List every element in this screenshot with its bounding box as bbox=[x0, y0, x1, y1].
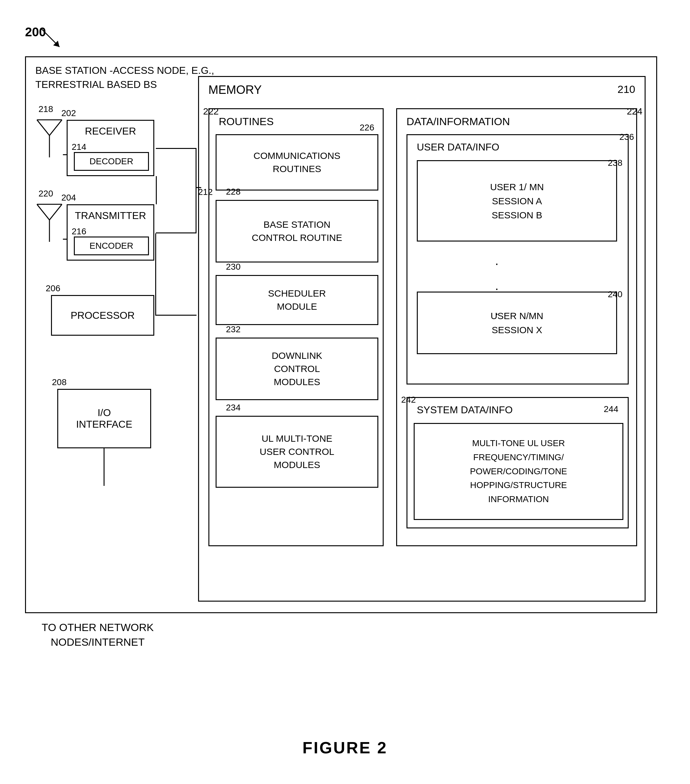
ul-label-line1: UL MULTI-TONE bbox=[262, 432, 332, 445]
ul-box: 234 UL MULTI-TONE USER CONTROL MODULES bbox=[216, 416, 378, 488]
user1-label-line3: SESSION B bbox=[492, 208, 542, 222]
downlink-label-line2: CONTROL bbox=[274, 362, 320, 376]
downlink-box: 232 DOWNLINK CONTROL MODULES bbox=[216, 338, 378, 400]
multitone-label-line3: POWER/CODING/TONE bbox=[470, 464, 567, 479]
line-rx-right bbox=[156, 148, 196, 149]
ref-230-label: 230 bbox=[226, 262, 241, 272]
multitone-label-line4: HOPPING/STRUCTURE bbox=[470, 478, 567, 492]
scheduler-box: 230 SCHEDULER MODULE bbox=[216, 275, 378, 325]
processor-box: 206 PROCESSOR bbox=[51, 295, 154, 336]
main-box-label-line2: TERRESTRIAL BASED BS bbox=[35, 77, 214, 92]
comm-routines-box: 226 COMMUNICATIONS ROUTINES bbox=[216, 134, 378, 191]
encoder-label: ENCODER bbox=[89, 241, 133, 251]
svg-line-3 bbox=[37, 120, 50, 135]
io-label-line1: I/O bbox=[97, 407, 111, 418]
encoder-box: 216 ENCODER bbox=[74, 237, 149, 255]
main-box: BASE STATION -ACCESS NODE, E.G., TERREST… bbox=[25, 56, 657, 613]
user-data-box: 236 USER DATA/INFO 238 USER 1/ MN SESSIO… bbox=[406, 134, 629, 384]
ref-218-label: 218 bbox=[38, 104, 53, 114]
ref-242-label: 242 bbox=[401, 395, 416, 405]
processor-label: PROCESSOR bbox=[71, 310, 135, 321]
line-proc-vert bbox=[155, 233, 156, 316]
usern-label-line2: SESSION X bbox=[492, 323, 542, 337]
ref-240-label: 240 bbox=[608, 289, 622, 300]
antenna-220-symbol bbox=[35, 201, 64, 242]
ref-200-arrow bbox=[41, 28, 66, 53]
ref-236-label: 236 bbox=[619, 132, 634, 142]
scheduler-label-line2: MODULE bbox=[277, 300, 317, 313]
ref-214-label: 214 bbox=[72, 142, 86, 152]
line-rx-tx bbox=[156, 176, 157, 204]
ref-216-label: 216 bbox=[72, 227, 86, 237]
ref-204-label: 204 bbox=[61, 193, 76, 203]
routines-label: ROUTINES bbox=[219, 115, 274, 128]
sys-data-label: SYSTEM DATA/INFO bbox=[417, 404, 513, 416]
line-ant220-tx bbox=[63, 239, 67, 240]
antenna-218-symbol bbox=[35, 117, 64, 157]
ref-210-label: 210 bbox=[617, 83, 635, 96]
ref-208-label: 208 bbox=[52, 377, 67, 387]
main-box-label-line1: BASE STATION -ACCESS NODE, E.G., bbox=[35, 64, 214, 77]
ref-220-label: 220 bbox=[38, 189, 53, 199]
svg-line-4 bbox=[50, 120, 62, 135]
ref-202-label: 202 bbox=[61, 108, 76, 118]
ref-224-label: 224 bbox=[627, 106, 642, 117]
scheduler-label-line1: SCHEDULER bbox=[268, 287, 326, 300]
ref-232-label: 232 bbox=[226, 324, 241, 334]
multitone-box: MULTI-TONE UL USER FREQUENCY/TIMING/ POW… bbox=[414, 423, 623, 520]
antenna-218: 218 bbox=[35, 117, 64, 159]
sys-data-box: 242 SYSTEM DATA/INFO 244 MULTI-TONE UL U… bbox=[406, 397, 629, 529]
multitone-label-line2: FREQUENCY/TIMING/ bbox=[473, 451, 564, 464]
receiver-label: RECEIVER bbox=[85, 125, 136, 137]
main-box-label: BASE STATION -ACCESS NODE, E.G., TERREST… bbox=[35, 64, 214, 92]
line-proc-212 bbox=[155, 315, 196, 316]
user1-label-line1: USER 1/ MN bbox=[490, 180, 544, 194]
ref-206-label: 206 bbox=[46, 283, 60, 293]
data-box: 224 DATA/INFORMATION 236 USER DATA/INFO … bbox=[396, 108, 637, 546]
comm-label-line2: ROUTINES bbox=[272, 162, 321, 176]
figure-label: FIGURE 2 bbox=[303, 738, 388, 757]
ref-238-label: 238 bbox=[608, 158, 622, 168]
user-data-label: USER DATA/INFO bbox=[417, 142, 499, 153]
antenna-220: 220 bbox=[35, 201, 64, 243]
downlink-label-line3: MODULES bbox=[274, 376, 320, 389]
ref-200-area: 200 bbox=[25, 25, 46, 39]
usern-label-line1: USER N/MN bbox=[491, 309, 543, 323]
line-212 bbox=[196, 148, 196, 233]
ref-226-label: 226 bbox=[360, 123, 374, 133]
io-label-line2: INTERFACE bbox=[76, 418, 132, 430]
comm-label-line1: COMMUNICATIONS bbox=[253, 149, 340, 162]
network-text: TO OTHER NETWORK NODES/INTERNET bbox=[41, 620, 154, 650]
downlink-label-line1: DOWNLINK bbox=[272, 349, 322, 362]
ref-244-label: 244 bbox=[604, 404, 618, 414]
line-tx-right bbox=[156, 232, 196, 233]
io-box: 208 I/O INTERFACE bbox=[57, 389, 151, 448]
bs-control-box: 228 BASE STATION CONTROL ROUTINE bbox=[216, 200, 378, 262]
ul-label-line3: MODULES bbox=[274, 458, 320, 471]
user1-label-line2: SESSION A bbox=[492, 194, 542, 208]
ref-234-label: 234 bbox=[226, 403, 241, 413]
transmitter-box: 204 TRANSMITTER 216 ENCODER bbox=[67, 204, 154, 260]
ref-222-label: 222 bbox=[203, 106, 219, 117]
decoder-label: DECODER bbox=[89, 156, 133, 166]
receiver-box: 202 RECEIVER 214 DECODER bbox=[67, 120, 154, 176]
data-label: DATA/INFORMATION bbox=[406, 115, 510, 128]
svg-line-7 bbox=[37, 204, 50, 220]
multitone-label-line1: MULTI-TONE UL USER bbox=[472, 436, 565, 451]
routines-box: 222 ROUTINES 226 COMMUNICATIONS ROUTINES… bbox=[208, 108, 384, 546]
line-ant218-rx bbox=[63, 154, 67, 155]
transmitter-label: TRANSMITTER bbox=[75, 210, 146, 221]
line-io-down bbox=[104, 448, 104, 486]
user1-box: 238 USER 1/ MN SESSION A SESSION B bbox=[417, 160, 617, 242]
diagram-container: 200 BASE STATION -ACCESS NODE, E.G., TER… bbox=[19, 19, 671, 769]
memory-box: MEMORY 210 222 ROUTINES 226 COMMUNICATIO… bbox=[198, 76, 645, 601]
ref-228-label: 228 bbox=[226, 187, 241, 197]
memory-label: MEMORY bbox=[208, 83, 262, 97]
multitone-label-line5: INFORMATION bbox=[488, 492, 549, 507]
bs-control-label-line2: CONTROL ROUTINE bbox=[252, 231, 342, 244]
network-text-line2: NODES/INTERNET bbox=[41, 635, 154, 650]
svg-line-8 bbox=[50, 204, 62, 220]
network-text-line1: TO OTHER NETWORK bbox=[41, 620, 154, 635]
bs-control-label-line1: BASE STATION bbox=[264, 218, 330, 231]
ul-label-line2: USER CONTROL bbox=[260, 445, 334, 458]
